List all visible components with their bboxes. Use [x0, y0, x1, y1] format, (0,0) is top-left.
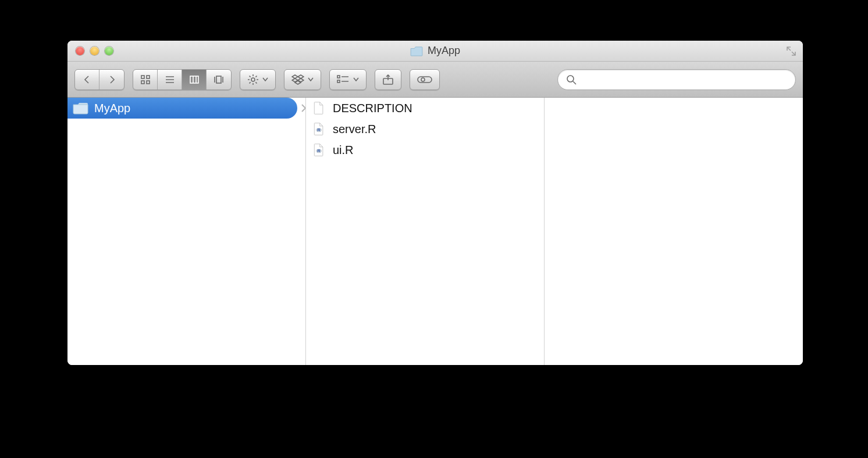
row-label: MyApp — [94, 102, 130, 115]
chevron-down-icon — [308, 77, 314, 82]
file-row[interactable]: DESCRIPTION — [306, 98, 544, 119]
search-icon — [566, 74, 577, 85]
forward-button[interactable] — [99, 70, 124, 90]
traffic-lights — [67, 46, 113, 55]
column-view-button[interactable] — [182, 70, 207, 90]
column-0[interactable]: MyApp — [67, 98, 306, 365]
search-field[interactable] — [557, 69, 796, 90]
toolbar — [67, 62, 803, 98]
column-1[interactable]: DESCRIPTION R server.R R ui.R — [306, 98, 545, 365]
coverflow-icon — [213, 74, 225, 85]
r-file-icon: R — [311, 122, 327, 136]
minimize-button[interactable] — [90, 46, 99, 55]
dropbox-icon — [291, 74, 304, 85]
arrange-icon — [337, 75, 350, 84]
column-browser: MyApp DESCRIPTION R — [67, 98, 803, 365]
svg-rect-1 — [147, 76, 150, 78]
icon-view-button[interactable] — [133, 70, 158, 90]
row-label: ui.R — [333, 144, 354, 157]
svg-line-20 — [250, 82, 251, 83]
gear-icon — [247, 74, 259, 85]
svg-rect-3 — [147, 81, 150, 84]
coverflow-view-button[interactable] — [207, 70, 231, 90]
fullscreen-icon[interactable] — [785, 45, 797, 57]
svg-line-21 — [255, 76, 257, 77]
dropbox-menu-button[interactable] — [284, 69, 321, 90]
svg-text:R: R — [317, 127, 321, 133]
zoom-button[interactable] — [105, 46, 113, 55]
svg-rect-2 — [141, 81, 144, 84]
chevron-right-icon — [107, 75, 116, 84]
svg-point-13 — [251, 78, 255, 81]
disclosure-arrow-icon — [301, 102, 306, 115]
svg-point-28 — [421, 78, 425, 81]
svg-rect-7 — [190, 76, 198, 83]
file-row[interactable]: R ui.R — [306, 139, 544, 160]
finder-window: MyApp — [67, 41, 803, 365]
chevron-down-icon — [353, 77, 359, 82]
edit-tags-button[interactable] — [410, 69, 440, 90]
tags-icon — [417, 75, 432, 84]
grid-icon — [140, 74, 151, 85]
folder-icon — [410, 46, 423, 56]
svg-rect-23 — [337, 80, 340, 83]
r-file-icon: R — [311, 143, 327, 157]
svg-line-18 — [250, 76, 251, 77]
share-icon — [382, 74, 394, 85]
document-icon — [311, 101, 327, 115]
svg-line-30 — [573, 81, 576, 84]
column-2[interactable] — [545, 98, 803, 365]
file-row[interactable]: R server.R — [306, 119, 544, 139]
svg-text:R: R — [317, 148, 321, 153]
row-label: server.R — [333, 123, 376, 136]
folder-row[interactable]: MyApp — [67, 98, 297, 119]
chevron-down-icon — [262, 77, 268, 82]
svg-point-29 — [567, 76, 574, 82]
list-view-button[interactable] — [158, 70, 182, 90]
window-title: MyApp — [67, 41, 803, 61]
search-input[interactable] — [581, 74, 787, 85]
svg-rect-22 — [337, 76, 340, 78]
svg-rect-10 — [216, 76, 221, 83]
back-button[interactable] — [75, 70, 99, 90]
titlebar: MyApp — [67, 41, 803, 62]
list-icon — [165, 74, 175, 85]
share-button[interactable] — [375, 69, 401, 90]
nav-back-forward — [74, 69, 124, 90]
svg-rect-0 — [141, 76, 144, 78]
action-menu-button[interactable] — [240, 69, 276, 90]
window-title-text: MyApp — [428, 45, 460, 57]
close-button[interactable] — [76, 46, 84, 55]
folder-icon — [72, 101, 88, 115]
svg-line-19 — [255, 82, 257, 83]
columns-icon — [189, 74, 200, 85]
arrange-menu-button[interactable] — [329, 69, 367, 90]
chevron-left-icon — [83, 75, 92, 84]
row-label: DESCRIPTION — [333, 102, 412, 115]
view-mode-segment — [133, 69, 232, 90]
